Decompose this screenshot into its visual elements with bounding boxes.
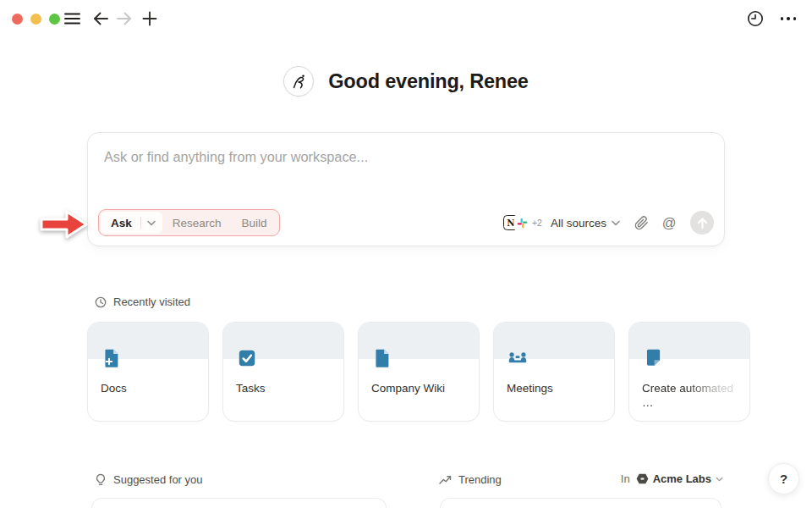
trending-up-icon	[439, 475, 452, 485]
meeting-icon	[507, 347, 529, 373]
composer-toolbar: Ask Research Build N	[98, 209, 714, 236]
paperclip-icon	[634, 216, 649, 230]
new-tab-button[interactable]	[140, 8, 160, 29]
doc-add-icon	[101, 347, 123, 373]
suggested-title: Suggested for you	[113, 473, 203, 486]
recently-visited-cards: Docs Tasks Company Wiki	[87, 322, 750, 422]
connected-sources[interactable]: N +2	[503, 215, 542, 230]
mention-button[interactable]: @	[658, 212, 680, 234]
card-label: Company Wiki	[371, 382, 470, 396]
forward-button[interactable]	[114, 8, 134, 29]
chevron-down-icon	[612, 220, 620, 226]
template-icon	[642, 347, 664, 373]
all-sources-selector[interactable]: All sources	[551, 217, 620, 229]
card-company-wiki[interactable]: Company Wiki	[358, 322, 480, 422]
send-button[interactable]	[690, 211, 714, 235]
trending-header: Trending	[439, 473, 502, 486]
lightbulb-icon	[95, 473, 107, 486]
window-controls	[12, 14, 60, 25]
minimize-window-button[interactable]	[30, 14, 41, 25]
hamburger-icon	[64, 12, 80, 25]
mode-ask-button[interactable]: Ask	[101, 212, 162, 234]
all-sources-label: All sources	[551, 217, 606, 229]
chevron-down-icon	[716, 477, 723, 482]
forward-arrow-icon	[116, 11, 133, 26]
card-label: Tasks	[236, 382, 335, 396]
clock-icon	[95, 296, 107, 308]
workspace-prefix: In	[621, 472, 630, 485]
annotation-arrow	[37, 207, 90, 241]
card-create-automated[interactable]: Create automated …	[628, 322, 750, 422]
back-arrow-icon	[92, 11, 109, 26]
ask-input[interactable]	[104, 146, 708, 168]
close-window-button[interactable]	[12, 14, 23, 25]
suggested-card-stub[interactable]	[91, 498, 387, 508]
clock-icon	[747, 10, 764, 27]
titlebar	[0, 0, 812, 37]
suggested-header: Suggested for you	[95, 473, 203, 486]
ask-composer: Ask Research Build N	[87, 132, 725, 246]
workspace-selector[interactable]: In Acme Labs	[621, 472, 723, 485]
card-meetings[interactable]: Meetings	[493, 322, 615, 422]
divider	[140, 217, 141, 229]
slack-icon	[515, 215, 530, 230]
sidebar-menu-button[interactable]	[62, 8, 82, 29]
notion-home-window: Good evening, Renee Ask Research Build	[0, 0, 812, 508]
history-button[interactable]	[745, 8, 765, 29]
card-tasks[interactable]: Tasks	[222, 322, 344, 422]
zoom-window-button[interactable]	[49, 14, 60, 25]
trending-card-stub[interactable]	[440, 498, 721, 508]
ai-face-avatar	[283, 66, 314, 97]
greeting-header: Good evening, Renee	[0, 64, 812, 98]
recently-visited-title: Recently visited	[113, 295, 190, 308]
recently-visited-header: Recently visited	[95, 295, 190, 308]
ai-face-icon	[288, 70, 309, 92]
help-label: ?	[780, 472, 787, 486]
chevron-down-icon	[147, 220, 156, 226]
at-sign-icon: @	[662, 215, 677, 231]
trending-title: Trending	[458, 473, 502, 486]
workspace-name: Acme Labs	[653, 472, 711, 485]
ellipsis-icon	[781, 17, 797, 20]
mode-build-button[interactable]: Build	[232, 217, 277, 229]
back-button[interactable]	[91, 8, 111, 29]
card-label: Meetings	[507, 382, 606, 396]
more-options-button[interactable]	[778, 8, 798, 29]
help-button[interactable]: ?	[768, 463, 799, 494]
greeting-title: Good evening, Renee	[328, 70, 528, 93]
mode-research-button[interactable]: Research	[162, 217, 232, 229]
composer-actions: N +2 All sources	[503, 211, 714, 235]
mode-switcher: Ask Research Build	[98, 209, 280, 236]
mode-ask-label: Ask	[111, 217, 132, 229]
workspace-logo-icon	[636, 473, 649, 484]
page-icon	[371, 347, 393, 373]
arrow-up-icon	[696, 217, 709, 229]
card-label: Create automated …	[642, 382, 741, 410]
attach-file-button[interactable]	[630, 212, 652, 234]
checkbox-icon	[236, 347, 258, 373]
plus-icon	[142, 11, 157, 26]
extra-sources-count: +2	[532, 218, 542, 228]
card-docs[interactable]: Docs	[87, 322, 209, 422]
card-label: Docs	[101, 382, 200, 396]
